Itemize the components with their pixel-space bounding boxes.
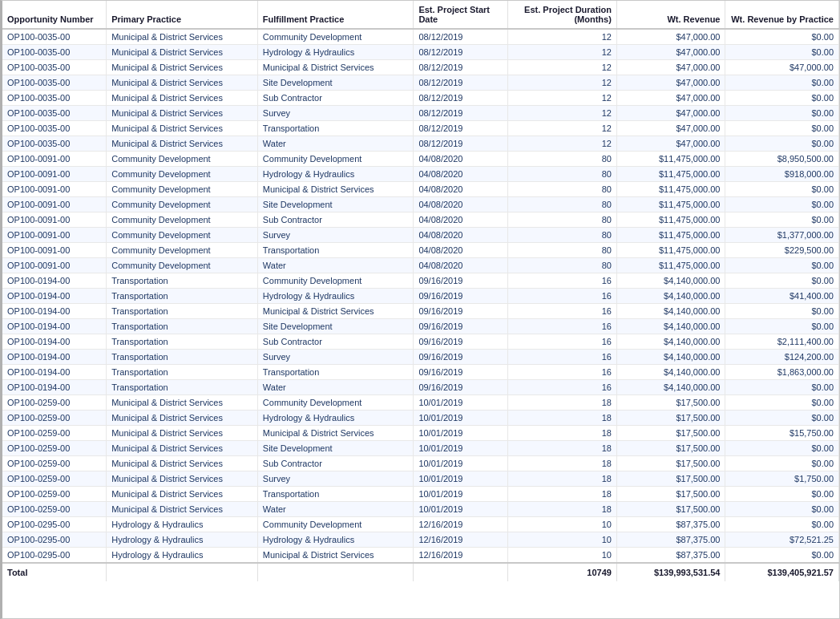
cell-start-date: 08/12/2019	[414, 106, 508, 121]
cell-start-date: 12/16/2019	[414, 517, 508, 532]
cell-fulfill: Municipal & District Services	[257, 548, 414, 564]
cell-wt-rev-practice: $0.00	[725, 75, 839, 91]
cell-wt-revenue: $47,000.00	[616, 75, 725, 91]
table-row: OP100-0259-00Municipal & District Servic…	[2, 456, 839, 471]
cell-start-date: 04/08/2020	[414, 167, 508, 182]
cell-wt-rev-practice: $0.00	[725, 395, 839, 411]
cell-wt-rev-practice: $1,750.00	[725, 471, 839, 487]
table-footer-row: Total 10749 $139,993,531.54 $139,405,921…	[2, 563, 839, 581]
cell-wt-rev-practice: $0.00	[725, 273, 839, 289]
cell-start-date: 10/01/2019	[414, 487, 508, 502]
cell-duration: 80	[508, 258, 617, 273]
cell-wt-rev-practice: $0.00	[725, 319, 839, 334]
cell-fulfill: Hydrology & Hydraulics	[257, 167, 414, 182]
cell-wt-rev-practice: $47,000.00	[725, 60, 839, 75]
cell-duration: 16	[508, 350, 617, 365]
cell-duration: 18	[508, 456, 617, 471]
cell-duration: 12	[508, 91, 617, 106]
cell-duration: 16	[508, 289, 617, 304]
table-row: OP100-0259-00Municipal & District Servic…	[2, 502, 839, 517]
cell-wt-rev-practice: $0.00	[725, 304, 839, 319]
table-row: OP100-0091-00Community DevelopmentWater0…	[2, 258, 839, 273]
cell-wt-revenue: $11,475,000.00	[616, 152, 725, 167]
table-row: OP100-0035-00Municipal & District Servic…	[2, 60, 839, 75]
cell-start-date: 10/01/2019	[414, 426, 508, 441]
cell-start-date: 09/16/2019	[414, 319, 508, 334]
cell-primary: Municipal & District Services	[107, 136, 258, 152]
table-row: OP100-0035-00Municipal & District Servic…	[2, 45, 839, 60]
cell-wt-revenue: $17,500.00	[616, 456, 725, 471]
cell-start-date: 10/01/2019	[414, 411, 508, 426]
cell-fulfill: Municipal & District Services	[257, 426, 414, 441]
table-row: OP100-0035-00Municipal & District Servic…	[2, 75, 839, 91]
table-row: OP100-0091-00Community DevelopmentMunici…	[2, 182, 839, 197]
cell-fulfill: Site Development	[257, 441, 414, 456]
cell-wt-revenue: $4,140,000.00	[616, 319, 725, 334]
cell-opp-num: OP100-0091-00	[2, 258, 107, 273]
cell-duration: 18	[508, 471, 617, 487]
cell-duration: 80	[508, 228, 617, 243]
cell-duration: 12	[508, 106, 617, 121]
cell-opp-num: OP100-0194-00	[2, 350, 107, 365]
cell-start-date: 12/16/2019	[414, 548, 508, 564]
cell-opp-num: OP100-0259-00	[2, 471, 107, 487]
cell-fulfill: Survey	[257, 471, 414, 487]
cell-opp-num: OP100-0091-00	[2, 182, 107, 197]
cell-duration: 12	[508, 45, 617, 60]
cell-duration: 12	[508, 60, 617, 75]
col-header-opp-number: Opportunity Number	[2, 1, 107, 29]
cell-wt-rev-practice: $0.00	[725, 258, 839, 273]
cell-primary: Transportation	[107, 273, 258, 289]
col-header-wt-revenue: Wt. Revenue	[616, 1, 725, 29]
cell-duration: 16	[508, 319, 617, 334]
cell-opp-num: OP100-0259-00	[2, 426, 107, 441]
col-header-duration: Est. Project Duration (Months)	[508, 1, 617, 29]
cell-fulfill: Hydrology & Hydraulics	[257, 411, 414, 426]
table-row: OP100-0035-00Municipal & District Servic…	[2, 106, 839, 121]
cell-wt-revenue: $47,000.00	[616, 29, 725, 45]
cell-opp-num: OP100-0259-00	[2, 411, 107, 426]
cell-duration: 18	[508, 426, 617, 441]
cell-fulfill: Site Development	[257, 197, 414, 212]
cell-opp-num: OP100-0035-00	[2, 45, 107, 60]
cell-opp-num: OP100-0194-00	[2, 380, 107, 395]
cell-wt-revenue: $47,000.00	[616, 106, 725, 121]
cell-start-date: 09/16/2019	[414, 380, 508, 395]
cell-fulfill: Survey	[257, 106, 414, 121]
cell-fulfill: Site Development	[257, 75, 414, 91]
cell-opp-num: OP100-0259-00	[2, 441, 107, 456]
col-header-primary-practice: Primary Practice	[107, 1, 258, 29]
cell-wt-rev-practice: $0.00	[725, 441, 839, 456]
cell-wt-revenue: $47,000.00	[616, 60, 725, 75]
table-row: OP100-0194-00TransportationWater09/16/20…	[2, 380, 839, 395]
table-row: OP100-0035-00Municipal & District Servic…	[2, 121, 839, 136]
cell-start-date: 09/16/2019	[414, 334, 508, 350]
cell-opp-num: OP100-0091-00	[2, 212, 107, 228]
table-row: OP100-0194-00TransportationCommunity Dev…	[2, 273, 839, 289]
cell-fulfill: Transportation	[257, 487, 414, 502]
cell-primary: Hydrology & Hydraulics	[107, 532, 258, 548]
col-header-wt-rev-practice: Wt. Revenue by Practice	[725, 1, 839, 29]
footer-wt-revenue: $139,993,531.54	[616, 563, 725, 581]
cell-wt-revenue: $4,140,000.00	[616, 273, 725, 289]
cell-duration: 80	[508, 212, 617, 228]
cell-opp-num: OP100-0194-00	[2, 304, 107, 319]
cell-fulfill: Municipal & District Services	[257, 182, 414, 197]
cell-duration: 80	[508, 182, 617, 197]
cell-start-date: 08/12/2019	[414, 136, 508, 152]
cell-start-date: 08/12/2019	[414, 29, 508, 45]
cell-duration: 16	[508, 380, 617, 395]
cell-duration: 10	[508, 548, 617, 564]
cell-wt-revenue: $17,500.00	[616, 487, 725, 502]
cell-fulfill: Community Development	[257, 395, 414, 411]
cell-wt-rev-practice: $0.00	[725, 106, 839, 121]
cell-primary: Municipal & District Services	[107, 502, 258, 517]
cell-opp-num: OP100-0194-00	[2, 273, 107, 289]
cell-opp-num: OP100-0035-00	[2, 60, 107, 75]
cell-opp-num: OP100-0295-00	[2, 548, 107, 564]
cell-primary: Municipal & District Services	[107, 91, 258, 106]
cell-fulfill: Sub Contractor	[257, 334, 414, 350]
cell-start-date: 09/16/2019	[414, 365, 508, 380]
cell-opp-num: OP100-0259-00	[2, 395, 107, 411]
table-row: OP100-0194-00TransportationHydrology & H…	[2, 289, 839, 304]
